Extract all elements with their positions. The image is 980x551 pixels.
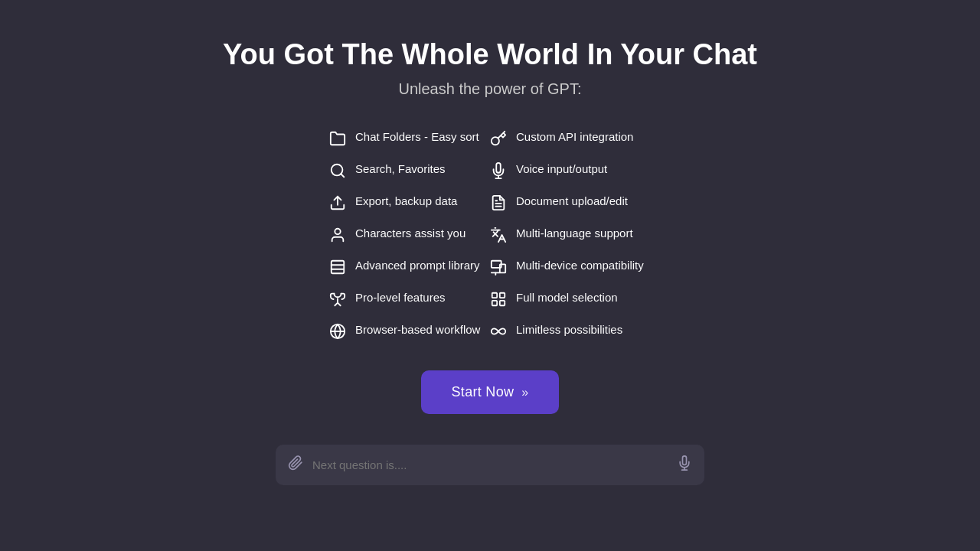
mic-icon [490,162,507,179]
svg-line-1 [341,174,344,177]
svg-rect-18 [492,293,497,298]
key-icon [490,130,507,147]
chevron-double-icon: » [521,386,528,399]
feature-item-limitless: Limitless possibilities [490,321,651,340]
book-icon [329,259,346,276]
svg-rect-19 [500,293,505,298]
feature-text-browser-workflow: Browser-based workflow [355,321,480,337]
feature-item-custom-api: Custom API integration [490,129,651,147]
features-left: Chat Folders - Easy sortSearch, Favorite… [329,129,490,340]
start-now-label: Start Now [452,384,514,400]
devices-icon [490,259,507,276]
feature-item-browser-workflow: Browser-based workflow [329,321,490,340]
svg-point-3 [335,229,340,234]
person-icon [329,227,346,243]
infinity-icon [490,323,507,340]
main-content: You Got The Whole World In Your Chat Unl… [0,0,980,485]
feature-text-limitless: Limitless possibilities [516,321,622,337]
microphone-icon[interactable] [677,455,692,474]
svg-rect-20 [492,301,497,305]
feature-item-multi-device: Multi-device compatibility [490,257,651,276]
export-icon [329,194,346,211]
feature-item-search-favorites: Search, Favorites [329,161,490,179]
question-input[interactable] [312,458,668,471]
feature-item-multi-language: Multi-language support [490,225,651,243]
feature-item-export-backup: Export, backup data [329,193,490,211]
globe-icon [329,323,346,340]
feature-item-document-upload: Document upload/edit [490,193,651,211]
feature-text-chat-folders: Chat Folders - Easy sort [355,129,479,145]
feature-text-characters-assist: Characters assist you [355,225,466,241]
page-subtitle: Unleash the power of GPT: [398,80,581,98]
feature-text-prompt-library: Advanced prompt library [355,257,480,273]
trophy-icon [329,291,346,308]
feature-text-search-favorites: Search, Favorites [355,161,446,177]
document-icon [490,194,507,211]
feature-text-document-upload: Document upload/edit [516,193,628,209]
input-bar [276,445,704,485]
feature-item-full-model: Full model selection [490,289,651,308]
feature-text-voice-io: Voice input/output [516,161,607,177]
feature-text-multi-language: Multi-language support [516,225,633,241]
feature-text-pro-features: Pro-level features [355,289,446,305]
feature-item-chat-folders: Chat Folders - Easy sort [329,129,490,147]
feature-item-prompt-library: Advanced prompt library [329,257,490,276]
start-now-button[interactable]: Start Now » [421,370,560,414]
feature-text-multi-device: Multi-device compatibility [516,257,644,273]
grid-icon [490,291,507,308]
search-icon [329,162,346,179]
svg-rect-21 [500,301,505,305]
svg-rect-4 [332,261,345,274]
attach-icon [288,455,303,474]
features-right: Custom API integrationVoice input/output… [490,129,651,340]
translate-icon [490,227,507,243]
feature-item-voice-io: Voice input/output [490,161,651,179]
feature-item-pro-features: Pro-level features [329,289,490,308]
features-grid: Chat Folders - Easy sortSearch, Favorite… [329,129,651,340]
feature-text-full-model: Full model selection [516,289,618,305]
page-title: You Got The Whole World In Your Chat [223,38,757,71]
feature-text-export-backup: Export, backup data [355,193,457,209]
feature-item-characters-assist: Characters assist you [329,225,490,243]
feature-text-custom-api: Custom API integration [516,129,633,145]
folder-icon [329,130,346,147]
